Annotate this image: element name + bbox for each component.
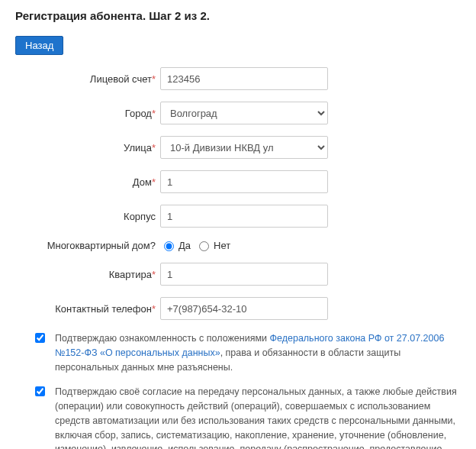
radio-no-text: Нет <box>214 240 230 251</box>
label-flat: Квартира* <box>15 269 160 280</box>
page-title: Регистрация абонента. Шаг 2 из 2. <box>15 9 461 22</box>
back-button[interactable]: Назад <box>15 36 63 55</box>
city-select[interactable]: Волгоград <box>160 102 328 124</box>
radio-yes[interactable] <box>164 241 174 251</box>
phone-input[interactable] <box>160 297 328 320</box>
consent1-checkbox[interactable] <box>35 333 45 343</box>
consent2-checkbox[interactable] <box>35 386 45 396</box>
house-input[interactable] <box>160 170 328 193</box>
label-account: Лицевой счет* <box>15 73 160 85</box>
label-building: Корпус <box>15 211 160 222</box>
label-house: Дом* <box>15 176 160 188</box>
flat-input[interactable] <box>160 263 328 286</box>
label-street: Улица* <box>15 142 160 153</box>
consent1-text: Подтверждаю ознакомленность с положениям… <box>55 331 461 374</box>
label-multi-apartment: Многоквартирный дом? <box>15 240 160 251</box>
consent2-text: Подтверждаю своё согласие на передачу пе… <box>55 385 461 449</box>
radio-yes-text: Да <box>178 240 191 251</box>
label-city: Город* <box>15 108 160 119</box>
street-select[interactable]: 10-й Дивизии НКВД ул <box>160 136 328 159</box>
radio-no-label[interactable]: Нет <box>195 239 230 251</box>
account-input[interactable] <box>160 67 328 90</box>
radio-yes-label[interactable]: Да <box>160 239 191 251</box>
label-phone: Контактный телефон* <box>15 303 160 315</box>
radio-no[interactable] <box>199 241 209 251</box>
building-input[interactable] <box>160 205 328 228</box>
